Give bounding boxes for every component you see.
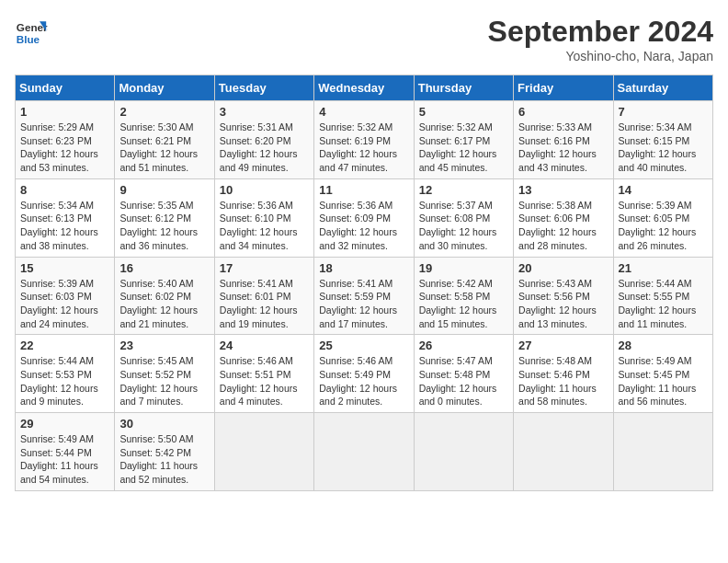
day-info: Sunrise: 5:48 AMSunset: 5:46 PMDaylight:… bbox=[518, 354, 608, 408]
weekday-header-row: SundayMondayTuesdayWednesdayThursdayFrid… bbox=[16, 75, 713, 101]
day-info: Sunrise: 5:34 AMSunset: 6:15 PMDaylight:… bbox=[619, 121, 708, 175]
day-info: Sunrise: 5:35 AMSunset: 6:12 PMDaylight:… bbox=[119, 199, 209, 253]
calendar-cell: 25 Sunrise: 5:46 AMSunset: 5:49 PMDaylig… bbox=[314, 335, 414, 413]
calendar-cell bbox=[214, 413, 313, 491]
day-number: 22 bbox=[20, 339, 109, 352]
day-info: Sunrise: 5:41 AMSunset: 5:59 PMDaylight:… bbox=[319, 277, 408, 331]
calendar-cell: 16 Sunrise: 5:40 AMSunset: 6:02 PMDaylig… bbox=[115, 257, 214, 335]
day-info: Sunrise: 5:34 AMSunset: 6:13 PMDaylight:… bbox=[20, 199, 109, 253]
day-info: Sunrise: 5:39 AMSunset: 6:03 PMDaylight:… bbox=[20, 277, 109, 331]
calendar-cell: 14 Sunrise: 5:39 AMSunset: 6:05 PMDaylig… bbox=[613, 178, 712, 257]
day-info: Sunrise: 5:43 AMSunset: 5:56 PMDaylight:… bbox=[518, 277, 608, 331]
day-number: 12 bbox=[419, 183, 508, 197]
day-number: 5 bbox=[419, 105, 508, 119]
calendar-cell: 12 Sunrise: 5:37 AMSunset: 6:08 PMDaylig… bbox=[414, 178, 513, 257]
calendar-week-row: 22 Sunrise: 5:44 AMSunset: 5:53 PMDaylig… bbox=[16, 335, 713, 413]
calendar-week-row: 8 Sunrise: 5:34 AMSunset: 6:13 PMDayligh… bbox=[16, 178, 713, 257]
day-number: 27 bbox=[518, 339, 608, 352]
calendar-cell: 11 Sunrise: 5:36 AMSunset: 6:09 PMDaylig… bbox=[314, 178, 414, 257]
weekday-header: Thursday bbox=[414, 75, 513, 101]
day-info: Sunrise: 5:36 AMSunset: 6:09 PMDaylight:… bbox=[319, 199, 408, 253]
day-number: 25 bbox=[319, 339, 408, 352]
day-number: 20 bbox=[518, 261, 608, 275]
day-info: Sunrise: 5:29 AMSunset: 6:23 PMDaylight:… bbox=[20, 121, 109, 175]
day-info: Sunrise: 5:40 AMSunset: 6:02 PMDaylight:… bbox=[119, 277, 209, 331]
weekday-header: Monday bbox=[115, 75, 214, 101]
day-number: 30 bbox=[119, 417, 209, 431]
calendar-cell bbox=[414, 413, 513, 491]
calendar-cell: 26 Sunrise: 5:47 AMSunset: 5:48 PMDaylig… bbox=[414, 335, 513, 413]
calendar-cell: 1 Sunrise: 5:29 AMSunset: 6:23 PMDayligh… bbox=[16, 101, 115, 179]
day-number: 14 bbox=[619, 183, 708, 197]
day-info: Sunrise: 5:45 AMSunset: 5:52 PMDaylight:… bbox=[119, 354, 209, 408]
day-info: Sunrise: 5:37 AMSunset: 6:08 PMDaylight:… bbox=[419, 199, 508, 253]
calendar-cell: 9 Sunrise: 5:35 AMSunset: 6:12 PMDayligh… bbox=[115, 178, 214, 257]
day-number: 26 bbox=[419, 339, 508, 352]
day-info: Sunrise: 5:49 AMSunset: 5:44 PMDaylight:… bbox=[20, 432, 109, 487]
day-number: 3 bbox=[220, 105, 309, 119]
calendar-cell: 5 Sunrise: 5:32 AMSunset: 6:17 PMDayligh… bbox=[414, 101, 513, 179]
day-number: 9 bbox=[119, 183, 209, 197]
calendar-week-row: 29 Sunrise: 5:49 AMSunset: 5:44 PMDaylig… bbox=[16, 413, 713, 491]
title-block: September 2024 Yoshino-cho, Nara, Japan bbox=[488, 15, 713, 63]
calendar-cell: 6 Sunrise: 5:33 AMSunset: 6:16 PMDayligh… bbox=[514, 101, 613, 179]
day-number: 17 bbox=[220, 261, 309, 275]
calendar-cell: 7 Sunrise: 5:34 AMSunset: 6:15 PMDayligh… bbox=[613, 101, 712, 179]
day-info: Sunrise: 5:41 AMSunset: 6:01 PMDaylight:… bbox=[220, 277, 309, 331]
calendar-cell: 21 Sunrise: 5:44 AMSunset: 5:55 PMDaylig… bbox=[613, 257, 712, 335]
calendar-table: SundayMondayTuesdayWednesdayThursdayFrid… bbox=[15, 75, 713, 491]
location: Yoshino-cho, Nara, Japan bbox=[488, 49, 713, 63]
calendar-cell: 3 Sunrise: 5:31 AMSunset: 6:20 PMDayligh… bbox=[214, 101, 313, 179]
calendar-cell: 24 Sunrise: 5:46 AMSunset: 5:51 PMDaylig… bbox=[214, 335, 313, 413]
day-number: 10 bbox=[220, 183, 309, 197]
day-number: 4 bbox=[319, 105, 408, 119]
calendar-cell: 15 Sunrise: 5:39 AMSunset: 6:03 PMDaylig… bbox=[16, 257, 115, 335]
day-info: Sunrise: 5:32 AMSunset: 6:17 PMDaylight:… bbox=[419, 121, 508, 175]
day-number: 18 bbox=[319, 261, 408, 275]
day-info: Sunrise: 5:44 AMSunset: 5:55 PMDaylight:… bbox=[619, 277, 708, 331]
calendar-cell: 8 Sunrise: 5:34 AMSunset: 6:13 PMDayligh… bbox=[16, 178, 115, 257]
calendar-cell: 28 Sunrise: 5:49 AMSunset: 5:45 PMDaylig… bbox=[613, 335, 712, 413]
weekday-header: Friday bbox=[514, 75, 613, 101]
calendar-cell bbox=[514, 413, 613, 491]
day-info: Sunrise: 5:38 AMSunset: 6:06 PMDaylight:… bbox=[518, 199, 608, 253]
day-info: Sunrise: 5:32 AMSunset: 6:19 PMDaylight:… bbox=[319, 121, 408, 175]
day-info: Sunrise: 5:44 AMSunset: 5:53 PMDaylight:… bbox=[20, 354, 109, 408]
calendar-cell: 13 Sunrise: 5:38 AMSunset: 6:06 PMDaylig… bbox=[514, 178, 613, 257]
weekday-header: Saturday bbox=[613, 75, 712, 101]
day-number: 11 bbox=[319, 183, 408, 197]
logo-icon: General Blue bbox=[15, 15, 48, 48]
day-number: 29 bbox=[20, 417, 109, 431]
day-info: Sunrise: 5:50 AMSunset: 5:42 PMDaylight:… bbox=[119, 432, 209, 487]
weekday-header: Sunday bbox=[16, 75, 115, 101]
calendar-cell: 19 Sunrise: 5:42 AMSunset: 5:58 PMDaylig… bbox=[414, 257, 513, 335]
calendar-cell bbox=[613, 413, 712, 491]
day-info: Sunrise: 5:30 AMSunset: 6:21 PMDaylight:… bbox=[119, 121, 209, 175]
day-info: Sunrise: 5:33 AMSunset: 6:16 PMDaylight:… bbox=[518, 121, 608, 175]
calendar-cell: 27 Sunrise: 5:48 AMSunset: 5:46 PMDaylig… bbox=[514, 335, 613, 413]
calendar-cell: 29 Sunrise: 5:49 AMSunset: 5:44 PMDaylig… bbox=[16, 413, 115, 491]
calendar-cell: 22 Sunrise: 5:44 AMSunset: 5:53 PMDaylig… bbox=[16, 335, 115, 413]
day-number: 16 bbox=[119, 261, 209, 275]
calendar-cell: 18 Sunrise: 5:41 AMSunset: 5:59 PMDaylig… bbox=[314, 257, 414, 335]
day-info: Sunrise: 5:49 AMSunset: 5:45 PMDaylight:… bbox=[619, 354, 708, 408]
page-header: General Blue September 2024 Yoshino-cho,… bbox=[15, 15, 713, 63]
day-number: 15 bbox=[20, 261, 109, 275]
logo: General Blue bbox=[15, 15, 48, 48]
month-year: September 2024 bbox=[488, 15, 713, 49]
day-number: 7 bbox=[619, 105, 708, 119]
weekday-header: Wednesday bbox=[314, 75, 414, 101]
calendar-week-row: 1 Sunrise: 5:29 AMSunset: 6:23 PMDayligh… bbox=[16, 101, 713, 179]
day-info: Sunrise: 5:39 AMSunset: 6:05 PMDaylight:… bbox=[619, 199, 708, 253]
calendar-week-row: 15 Sunrise: 5:39 AMSunset: 6:03 PMDaylig… bbox=[16, 257, 713, 335]
day-info: Sunrise: 5:36 AMSunset: 6:10 PMDaylight:… bbox=[220, 199, 309, 253]
day-number: 2 bbox=[119, 105, 209, 119]
day-number: 6 bbox=[518, 105, 608, 119]
weekday-header: Tuesday bbox=[214, 75, 313, 101]
day-number: 19 bbox=[419, 261, 508, 275]
day-number: 28 bbox=[619, 339, 708, 352]
calendar-cell: 30 Sunrise: 5:50 AMSunset: 5:42 PMDaylig… bbox=[115, 413, 214, 491]
calendar-cell: 2 Sunrise: 5:30 AMSunset: 6:21 PMDayligh… bbox=[115, 101, 214, 179]
day-number: 8 bbox=[20, 183, 109, 197]
day-number: 21 bbox=[619, 261, 708, 275]
